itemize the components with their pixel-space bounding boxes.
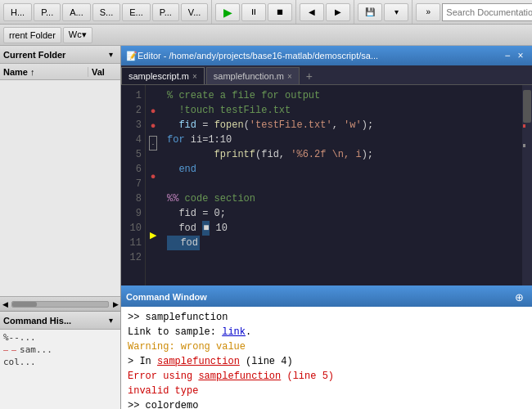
history-item[interactable]: %--...: [3, 331, 117, 344]
workspace-btn[interactable]: Wc▾: [63, 27, 92, 43]
cmd-text: > In: [128, 354, 157, 369]
file-col-name[interactable]: Name ↑: [0, 67, 88, 77]
run-group: ▶ ⏸ ⏹: [215, 0, 296, 24]
file-browser-title: Current Folder: [3, 50, 65, 60]
save-group: 💾 ▾: [358, 0, 413, 24]
breakpoint-3: ●: [147, 118, 159, 133]
file-browser-header: Current Folder ▾: [0, 46, 120, 64]
cmd-text: .: [246, 325, 251, 339]
add-tab-button[interactable]: +: [301, 67, 318, 84]
file-table-header: Name ↑ Val: [0, 64, 120, 80]
editor-icon: 📝: [126, 51, 138, 61]
editor-minimize[interactable]: −: [501, 49, 514, 62]
command-window: Command Window ⊕ >> samplefunction Link …: [121, 287, 532, 409]
code-line-1: % create a file for output: [167, 88, 516, 103]
code-line-3: fid = fopen('testFile.txt', 'w');: [167, 118, 516, 133]
cmd-line-4: > In samplefunction (line 4): [128, 354, 525, 369]
command-history: Command His... ▾ %--... — sam... col...: [0, 311, 120, 409]
file-col-val: Val: [88, 67, 120, 77]
cmd-line-1: >> samplefunction: [128, 310, 525, 325]
arrow-icon: ▶: [147, 227, 159, 242]
code-line-5: fprintf(fid, '%6.2f \n, i);: [167, 147, 516, 162]
search-input[interactable]: [446, 7, 532, 17]
scroll-track[interactable]: [11, 301, 109, 308]
current-folder-btn[interactable]: rrent Folder: [3, 27, 61, 43]
editor-scrollbar[interactable]: [522, 85, 532, 285]
breakpoint-6: ●: [147, 169, 159, 183]
secondary-toolbar: rrent Folder Wc▾: [0, 25, 532, 46]
cmd-line-6: invalid type: [128, 384, 525, 398]
cmd-link[interactable]: link: [222, 325, 246, 339]
right-panel: 📝 Editor - /home/andy/projects/base16-ma…: [121, 46, 532, 409]
pause-button[interactable]: ⏸: [241, 3, 266, 21]
search-box: 🔍: [442, 3, 532, 21]
scroll-right[interactable]: ▶: [110, 299, 120, 309]
scroll-marker-2: [523, 144, 525, 147]
code-line-7: [167, 177, 516, 191]
tab-label: samplefunction.m: [214, 71, 284, 81]
tab-p[interactable]: P...: [34, 3, 61, 21]
tab-v[interactable]: V...: [181, 3, 209, 21]
code-line-11: fod: [167, 236, 516, 250]
more-button[interactable]: »: [416, 3, 440, 21]
code-line-9: fid = 0;: [167, 206, 516, 221]
code-area[interactable]: % create a file for output !touch testFi…: [160, 85, 522, 285]
history-item[interactable]: — sam...: [3, 344, 117, 356]
cmd-error-text: invalid type: [128, 384, 198, 398]
code-comment: % create a file for output: [167, 88, 320, 103]
cmd-line-3: Warning: wrong value: [128, 339, 525, 354]
cmd-window-toggle[interactable]: ⊕: [511, 289, 527, 305]
main-toolbar: H... P... A... S... E... P... V... ▶ ⏸ ⏹…: [0, 0, 532, 25]
tab-a[interactable]: A...: [62, 3, 91, 21]
cmd-error-fn-2[interactable]: samplefunction: [198, 369, 281, 384]
code-line-6: end: [167, 162, 516, 177]
editor-title: Editor - /home/andy/projects/base16-matl…: [138, 51, 501, 61]
marker-column: · ● ● - ● ▶: [146, 85, 160, 285]
scroll-marker-1: [523, 124, 525, 128]
save-button[interactable]: 💾: [358, 3, 382, 21]
code-line-2: !touch testFile.txt: [167, 103, 516, 118]
editor-titlebar: 📝 Editor - /home/andy/projects/base16-ma…: [121, 46, 532, 65]
editor-close[interactable]: ×: [514, 49, 527, 62]
cmd-text: Link to sample:: [128, 325, 222, 339]
cmd-history-collapse[interactable]: ▾: [104, 314, 117, 327]
file-browser-collapse[interactable]: ▾: [104, 48, 117, 61]
editor-panel: 📝 Editor - /home/andy/projects/base16-ma…: [121, 46, 532, 287]
back-button[interactable]: ◀: [300, 3, 324, 21]
cmd-history-header: Command His... ▾: [0, 312, 120, 330]
tab-h[interactable]: H...: [3, 3, 32, 21]
current-folder-label: rrent Folder: [9, 30, 56, 40]
history-item-text: %--...: [3, 332, 36, 343]
history-list: %--... — sam... col...: [0, 330, 120, 409]
editor-tab-samplescript[interactable]: samplescript.m ×: [121, 67, 205, 84]
editor-tabs: samplescript.m × samplefunction.m × +: [121, 65, 532, 85]
tab-close-icon[interactable]: ×: [192, 72, 197, 81]
stop-button[interactable]: ⏹: [268, 3, 292, 21]
cmd-line-7: >> colordemo: [128, 398, 525, 409]
tab-label: samplescript.m: [128, 71, 189, 81]
fold-icon[interactable]: -: [149, 136, 157, 151]
history-item[interactable]: col...: [3, 356, 117, 368]
selected-text: fod: [167, 236, 200, 250]
cmd-window-title: Command Window: [126, 292, 511, 302]
scroll-left[interactable]: ◀: [0, 299, 10, 309]
run-button[interactable]: ▶: [215, 3, 240, 21]
file-area: [0, 80, 120, 296]
tab-s[interactable]: S...: [92, 3, 121, 21]
code-line-12: [167, 250, 516, 265]
save-dropdown[interactable]: ▾: [384, 3, 408, 21]
cmd-error-fn-1[interactable]: samplefunction: [157, 354, 240, 369]
editor-tab-samplefunction[interactable]: samplefunction.m ×: [206, 67, 300, 84]
breakpoint-2: ●: [147, 103, 159, 118]
editor-scrollbar-thumb: [523, 90, 531, 123]
fwd-button[interactable]: ▶: [326, 3, 350, 21]
tabs-group: H... P... A... S... E... P... V...: [3, 0, 212, 24]
cmd-prompt-2: >> colordemo: [128, 398, 198, 409]
tab-p2[interactable]: P...: [152, 3, 179, 21]
tab-e[interactable]: E...: [122, 3, 151, 21]
cmd-content[interactable]: >> samplefunction Link to sample: link .…: [121, 307, 532, 409]
cmd-window-titlebar: Command Window ⊕: [121, 287, 532, 307]
line-numbers: 1234 5678 9101112: [121, 85, 146, 285]
tab-close-icon[interactable]: ×: [287, 72, 292, 81]
cmd-line-5: Error using samplefunction (line 5): [128, 369, 525, 384]
